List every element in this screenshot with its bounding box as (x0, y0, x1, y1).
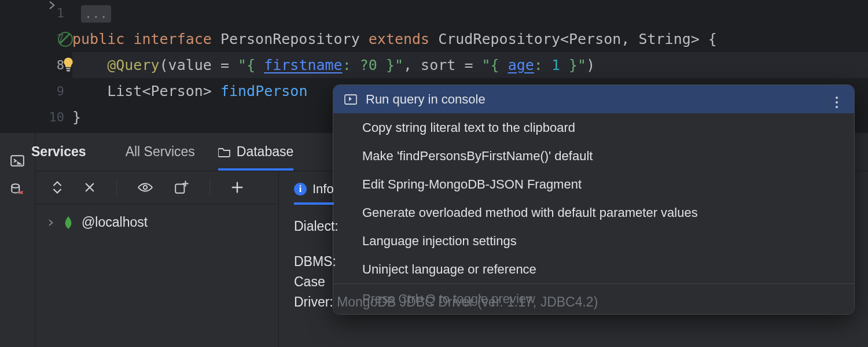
svg-point-4 (836, 101, 838, 104)
gutter-line: 10 (0, 104, 64, 130)
svg-rect-1 (67, 70, 70, 72)
close-icon[interactable] (84, 182, 95, 193)
gutter-line: 1 (0, 0, 64, 26)
new-session-icon[interactable] (174, 180, 189, 195)
tab-all-services[interactable]: All Services (126, 144, 195, 160)
tab-info[interactable]: i Info (294, 182, 334, 205)
svg-point-8 (144, 186, 148, 190)
popup-item-label: Run query in console (366, 92, 486, 107)
line-number: 10 (49, 110, 65, 124)
fold-chevron-icon[interactable] (47, 0, 73, 10)
line-number: 9 (57, 84, 64, 98)
gutter-line: 7 (0, 26, 64, 52)
case-row: Case (294, 274, 853, 290)
tree-toolbar (35, 171, 278, 204)
dbms-row: DBMS: (294, 254, 853, 270)
tab-label: Info (312, 182, 334, 197)
tool-stripe (0, 133, 35, 347)
dialect-label: Dialect: (294, 219, 339, 234)
tree-body: @localhost (35, 204, 278, 347)
driver-label: Driver: (294, 294, 333, 309)
popup-item-make-default[interactable]: Make 'findPersonsByFirstName()' default (333, 142, 854, 170)
dialect-row: Dialect: (294, 219, 853, 234)
tree-item-localhost[interactable]: @localhost (41, 211, 273, 234)
popup-item-run-query[interactable]: Run query in console (333, 85, 854, 113)
svg-point-7 (12, 184, 19, 188)
svg-rect-0 (66, 68, 71, 69)
case-label: Case (294, 274, 325, 289)
run-console-icon (344, 93, 358, 106)
info-icon: i (294, 183, 307, 195)
svg-point-5 (836, 106, 838, 108)
code-line: @Query(value = "{ firstname: ?0 }", sort… (72, 52, 868, 78)
chevron-right-icon (47, 219, 55, 227)
services-tree-column: @localhost (35, 171, 279, 347)
expand-collapse-icon[interactable] (52, 180, 63, 195)
mongodb-icon (63, 216, 73, 230)
gutter-line: 8 (0, 52, 64, 78)
add-icon[interactable] (231, 181, 244, 194)
driver-row: Driver: MongoDB JDBC Driver (ver. 1.17, … (294, 294, 853, 310)
panel-title: Services (15, 144, 102, 160)
code-line: ... (72, 0, 868, 26)
separator (116, 179, 117, 196)
editor-gutter: 1 7 8 9 10 (0, 0, 72, 133)
bottom-body: @localhost i Info Dialect: DBMS: Case Dr… (35, 171, 868, 347)
tree-item-label: @localhost (82, 215, 148, 230)
popup-item-label: Copy string literal text to the clipboar… (362, 120, 575, 135)
detail-column: i Info Dialect: DBMS: Case Driver: Mongo… (279, 171, 868, 347)
tab-label: Database (237, 144, 293, 160)
eye-icon[interactable] (138, 182, 153, 193)
driver-value: MongoDB JDBC Driver (ver. 1.17, JDBC4.2) (337, 294, 598, 309)
folded-code-icon[interactable]: ... (81, 5, 111, 23)
svg-point-3 (836, 97, 838, 99)
svg-rect-9 (175, 184, 184, 193)
tab-database[interactable]: Database (218, 133, 293, 171)
popup-item-label: Make 'findPersonsByFirstName()' default (362, 149, 593, 164)
popup-more-icon[interactable] (826, 92, 847, 113)
code-line: public interface PersonRepository extend… (72, 26, 868, 52)
datasource-tool-icon[interactable] (9, 182, 25, 198)
intention-bulb-icon[interactable] (60, 56, 77, 73)
separator (209, 179, 210, 196)
dbms-label: DBMS: (294, 254, 336, 269)
gutter-line: 9 (0, 78, 64, 104)
popup-item-copy-string[interactable]: Copy string literal text to the clipboar… (333, 113, 854, 142)
folder-icon (218, 147, 231, 157)
